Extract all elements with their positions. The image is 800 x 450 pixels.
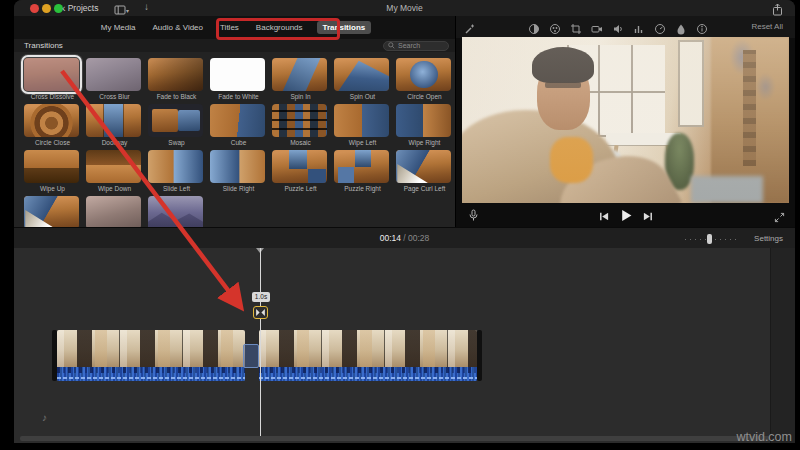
transition-thumbnail-circle-close[interactable]: [24, 104, 79, 137]
tab-transitions[interactable]: Transitions: [317, 21, 372, 34]
transition-item[interactable]: Puzzle Left: [272, 150, 329, 194]
timeline-scrollbar[interactable]: [20, 436, 770, 441]
transition-item[interactable]: Mosaic: [272, 104, 329, 148]
transition-item[interactable]: Wipe Left: [334, 104, 391, 148]
transition-item[interactable]: [86, 196, 143, 227]
transition-thumbnail-puzzle-left[interactable]: [272, 150, 327, 183]
imovie-window: ‹Projects ▾ ↓ My Movie My Media Audio & …: [14, 0, 795, 443]
transition-thumbnail-doorway[interactable]: [86, 104, 141, 137]
timecode-current: 00:14: [380, 233, 401, 243]
browser-tab-bar: My Media Audio & Video Titles Background…: [14, 16, 455, 39]
transition-item[interactable]: Cross Blur: [86, 58, 143, 102]
transition-thumbnail-fade-white[interactable]: [210, 58, 265, 91]
transition-item[interactable]: Slide Right: [210, 150, 267, 194]
transition-label: Spin Out: [334, 93, 391, 102]
play-icon[interactable]: [619, 208, 632, 226]
titlebar: ‹Projects ▾ ↓ My Movie: [14, 0, 795, 16]
search-placeholder: Search: [398, 42, 420, 49]
panel-title: Transitions: [24, 41, 63, 50]
clip-audio-waveform: [57, 367, 245, 381]
transition-thumbnail-blur[interactable]: [86, 58, 141, 91]
transition-thumbnail-slide-right[interactable]: [210, 150, 265, 183]
preview-pane: Reset All: [456, 16, 795, 227]
timeline-clip-2[interactable]: [259, 330, 477, 381]
transition-item[interactable]: Circle Open: [396, 58, 453, 102]
tab-titles[interactable]: Titles: [217, 21, 242, 34]
transition-label: Spin In: [272, 93, 329, 102]
zoom-slider-thumb[interactable]: [707, 234, 712, 244]
transition-thumbnail-swap[interactable]: [148, 104, 203, 137]
skip-back-icon[interactable]: [598, 208, 609, 226]
timeline-toolbar: 00:14 / 00:28 Settings: [14, 227, 795, 248]
transition-thumbnail-soft-blur[interactable]: [86, 196, 141, 227]
transition-thumbnail-wipe-left[interactable]: [334, 104, 389, 137]
timeline-clip-1[interactable]: [57, 330, 245, 381]
transition-item[interactable]: Cross Dissolve: [24, 58, 81, 102]
transition-item[interactable]: Puzzle Right: [334, 150, 391, 194]
watermark: wtvid.com: [736, 430, 792, 444]
timeline-settings-button[interactable]: Settings: [754, 234, 783, 243]
transition-item[interactable]: Circle Close: [24, 104, 81, 148]
transition-item[interactable]: Cube: [210, 104, 267, 148]
playhead-line[interactable]: [260, 248, 261, 436]
window-title: My Movie: [14, 3, 795, 13]
transition-item[interactable]: Fade to White: [210, 58, 267, 102]
transition-thumbnail-wipe-right[interactable]: [396, 104, 451, 137]
transition-thumbnail-wipe-down[interactable]: [86, 150, 141, 183]
transition-thumbnail-page-curl-right[interactable]: [24, 196, 79, 227]
fullscreen-icon[interactable]: [774, 209, 785, 227]
tab-backgrounds[interactable]: Backgrounds: [253, 21, 306, 34]
transition-thumbnail-circle-open[interactable]: [396, 58, 451, 91]
search-icon: [388, 42, 395, 49]
dissolve-overlay: [462, 37, 789, 203]
transition-thumbnail-fade-black[interactable]: [148, 58, 203, 91]
viewer-video-frame: [462, 37, 789, 203]
transitions-browser: Cross DissolveCross BlurFade to BlackFad…: [14, 52, 455, 227]
transition-thumbnail-wipe-up[interactable]: [24, 150, 79, 183]
panel-header: Transitions Search: [14, 39, 455, 52]
timeline[interactable]: 1.0s ♪: [14, 248, 795, 443]
timecode-display: 00:14 / 00:28: [14, 233, 795, 243]
transition-item[interactable]: Wipe Up: [24, 150, 81, 194]
transition-item[interactable]: Spin In: [272, 58, 329, 102]
transition-label: Fade to Black: [148, 93, 205, 102]
transition-thumbnail-puzzle-right[interactable]: [334, 150, 389, 183]
transition-item[interactable]: Page Curl Left: [396, 150, 453, 194]
voiceover-mic-icon[interactable]: [468, 208, 479, 226]
transition-badge-icon[interactable]: [253, 306, 268, 319]
transition-item[interactable]: Swap: [148, 104, 205, 148]
transition-item[interactable]: [148, 196, 205, 227]
transition-thumbnail-mosaic[interactable]: [272, 104, 327, 137]
transition-thumbnail-dissolve[interactable]: [24, 58, 79, 91]
transition-item[interactable]: [24, 196, 81, 227]
transition-clip-element[interactable]: [243, 344, 259, 368]
adjust-toolbar: Reset All: [456, 16, 795, 38]
transition-thumbnail-page-curl-left[interactable]: [396, 150, 451, 183]
transition-item[interactable]: Wipe Down: [86, 150, 143, 194]
tab-my-media[interactable]: My Media: [98, 21, 139, 34]
transition-item[interactable]: Doorway: [86, 104, 143, 148]
transition-thumbnail-spin-out[interactable]: [334, 58, 389, 91]
transition-thumbnail-slide-left[interactable]: [148, 150, 203, 183]
transition-item[interactable]: Slide Left: [148, 150, 205, 194]
screenshot-stage: ‹Projects ▾ ↓ My Movie My Media Audio & …: [0, 0, 800, 450]
transition-item[interactable]: Fade to Black: [148, 58, 205, 102]
transition-thumbnail-cube[interactable]: [210, 104, 265, 137]
transition-item[interactable]: Spin Out: [334, 58, 391, 102]
transition-item[interactable]: Wipe Right: [396, 104, 453, 148]
search-input[interactable]: Search: [383, 41, 449, 51]
transition-label: Cross Dissolve: [24, 93, 81, 102]
transition-label: Wipe Up: [24, 185, 81, 194]
transition-label: Doorway: [86, 139, 143, 148]
clip-audio-waveform: [259, 367, 477, 381]
skip-forward-icon[interactable]: [642, 208, 653, 226]
timeline-zoom-slider[interactable]: [685, 236, 737, 242]
transition-thumbnail-spin-in[interactable]: [272, 58, 327, 91]
clip-trim-handle-right[interactable]: [477, 330, 482, 381]
reset-all-button[interactable]: Reset All: [751, 22, 783, 31]
tab-audio-video[interactable]: Audio & Video: [149, 21, 206, 34]
transition-label: Wipe Down: [86, 185, 143, 194]
transition-label: Puzzle Right: [334, 185, 391, 194]
transition-label: Circle Open: [396, 93, 453, 102]
transition-thumbnail-mountain-blur[interactable]: [148, 196, 203, 227]
